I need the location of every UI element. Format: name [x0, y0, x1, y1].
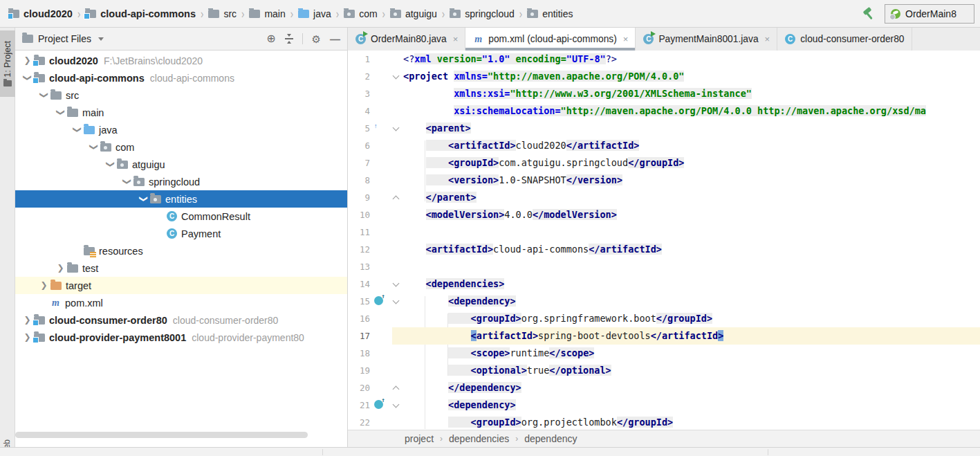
tree-item-label: src — [66, 90, 79, 101]
breadcrumb-item-cloud-api-commons[interactable]: cloud-api-commons — [85, 8, 196, 19]
class-run-icon — [643, 34, 654, 44]
tree-item-cloud2020[interactable]: ❯cloud2020F:\JetBrains\cloud2020 — [15, 52, 347, 69]
gutter-line: 5 — [348, 120, 392, 137]
tree-item-main[interactable]: ❯main — [15, 104, 347, 121]
tab-PaymentMain8001-java[interactable]: PaymentMain8001.java× — [636, 28, 777, 51]
tree-item-CommonResult[interactable]: CommonResult — [15, 208, 347, 225]
code-line[interactable]: <dependency> — [392, 293, 980, 310]
maven-up-icon[interactable] — [374, 123, 378, 134]
fold-marker-icon[interactable] — [393, 125, 400, 131]
editor-code[interactable]: <?xml version="1.0" encoding="UTF-8"?><p… — [392, 51, 980, 430]
build-hammer-icon[interactable] — [862, 8, 875, 20]
code-line[interactable]: <groupId>org.springframework.boot</group… — [392, 310, 980, 327]
tab-pom-xml-cloud-api-commons-[interactable]: pom.xml (cloud-api-commons)× — [465, 28, 636, 51]
code-line[interactable]: <?xml version="1.0" encoding="UTF-8"?> — [392, 51, 980, 68]
fold-marker-icon[interactable] — [393, 280, 400, 287]
tree-item-Payment[interactable]: Payment — [15, 225, 347, 242]
tree-item-cloud-provider-payment8001[interactable]: ❯cloud-provider-payment8001cloud-provide… — [15, 329, 347, 346]
package-folder-icon — [344, 10, 355, 18]
code-line[interactable] — [392, 258, 980, 275]
code-line[interactable]: xmlns:xsi="http://www.w3.org/2001/XMLSch… — [392, 85, 980, 102]
tree-chevron-icon[interactable]: ❯ — [37, 277, 50, 294]
hide-panel-icon[interactable]: — — [330, 33, 340, 45]
code-token: </parent> — [426, 192, 477, 203]
code-line[interactable]: <dependencies> — [392, 275, 980, 293]
scrollbar-thumb[interactable] — [15, 432, 308, 438]
locate-file-icon[interactable]: ⊕ — [266, 33, 275, 44]
package-folder-icon — [527, 10, 538, 18]
code-line[interactable]: xsi:schemaLocation="http://maven.apache.… — [392, 102, 980, 120]
code-line[interactable]: <artifactId>cloud-api-commons</artifactI… — [392, 241, 980, 258]
code-line[interactable]: <project xmlns="http://maven.apache.org/… — [392, 68, 980, 85]
code-token — [403, 174, 426, 185]
code-token: </modelVersion> — [533, 209, 617, 220]
xml-breadcrumb-project[interactable]: project — [405, 433, 434, 444]
tree-item-springcloud[interactable]: ❯springcloud — [15, 173, 347, 190]
folder-icon — [67, 264, 78, 273]
line-number: 3 — [348, 85, 370, 102]
tree-item-atguigu[interactable]: ❯atguigu — [15, 156, 347, 173]
code-token — [403, 278, 426, 289]
tree-item-cloud-api-commons[interactable]: ❯cloud-api-commonscloud-api-commons — [15, 69, 347, 86]
breadcrumb-item-src[interactable]: src — [208, 8, 237, 19]
tree-item-pom.xml[interactable]: pom.xml — [15, 294, 347, 311]
line-number: 6 — [348, 137, 370, 154]
nav-up-icon[interactable] — [374, 400, 383, 409]
code-line[interactable]: <artifactId>cloud2020</artifactId> — [392, 137, 980, 154]
code-line[interactable]: <optional>true</optional> — [392, 362, 980, 379]
breadcrumb-item-com[interactable]: com — [344, 8, 377, 19]
code-line[interactable]: <parent> — [392, 120, 980, 137]
close-icon[interactable]: × — [623, 34, 629, 44]
fold-marker-icon[interactable] — [393, 196, 400, 203]
fold-marker-icon[interactable] — [393, 298, 400, 304]
breadcrumb-item-cloud2020[interactable]: cloud2020 — [8, 8, 73, 19]
close-icon[interactable]: × — [453, 34, 459, 44]
xml-breadcrumb-dependencies[interactable]: dependencies — [449, 433, 509, 444]
tree-item-com[interactable]: ❯com — [15, 138, 347, 156]
tree-item-resources[interactable]: resources — [15, 242, 347, 259]
tab-OrderMain80-java[interactable]: OrderMain80.java× — [348, 28, 465, 51]
project-view-selector[interactable]: Project Files — [22, 33, 104, 44]
tree-chevron-icon[interactable]: ❯ — [54, 259, 67, 277]
code-token — [403, 399, 448, 410]
code-token: runtime — [510, 347, 549, 358]
code-line[interactable]: <version>1.0-SNAPSHOT</version> — [392, 172, 980, 189]
tree-item-test[interactable]: ❯test — [15, 259, 347, 277]
tree-item-java[interactable]: ❯java — [15, 121, 347, 138]
code-line[interactable]: <modelVersion>4.0.0</modelVersion> — [392, 206, 980, 224]
tree-item-src[interactable]: ❯src — [15, 86, 347, 104]
tree-item-cloud-consumer-order80[interactable]: ❯cloud-consumer-order80cloud-consumer-or… — [15, 311, 347, 329]
tab-label: pom.xml (cloud-api-commons) — [488, 34, 617, 44]
code-token: 1.0-SNAPSHOT — [499, 174, 566, 185]
fold-marker-icon[interactable] — [393, 401, 400, 408]
code-line[interactable]: <scope>runtime</scope> — [392, 345, 980, 362]
tree-item-entities[interactable]: ❯entities — [15, 190, 347, 208]
tab-cloud-consumer-order80[interactable]: cloud-consumer-order80 — [777, 28, 912, 51]
tree-horizontal-scrollbar[interactable] — [15, 431, 347, 439]
breadcrumb-item-springcloud[interactable]: springcloud — [450, 8, 515, 19]
collapse-all-icon[interactable] — [285, 35, 293, 43]
tree-item-target[interactable]: ❯target — [15, 277, 347, 294]
code-line[interactable] — [392, 224, 980, 241]
breadcrumb-item-main[interactable]: main — [249, 8, 285, 19]
close-icon[interactable]: × — [765, 34, 770, 44]
breadcrumb-item-java[interactable]: java — [298, 8, 331, 19]
code-line[interactable]: </parent> — [392, 189, 980, 206]
line-number: 13 — [348, 258, 370, 275]
code-line[interactable]: <artifactId>spring-boot-devtools</artifa… — [392, 327, 980, 345]
code-line[interactable]: <dependency> — [392, 396, 980, 414]
code-token — [403, 330, 448, 341]
fold-marker-icon[interactable] — [393, 386, 400, 393]
project-tool-window-button[interactable]: 1: Project — [0, 30, 15, 97]
run-configuration-combo[interactable]: OrderMain8 — [885, 4, 974, 24]
fold-marker-icon[interactable] — [393, 73, 400, 80]
xml-breadcrumb-dependency[interactable]: dependency — [524, 433, 577, 444]
code-line[interactable]: <groupId>com.atguigu.springcloud</groupI… — [392, 154, 980, 172]
code-line[interactable]: <groupId>org.projectlombok</groupId> — [392, 414, 980, 430]
code-line[interactable]: </dependency> — [392, 379, 980, 396]
gear-icon[interactable]: ⚙ — [312, 34, 321, 44]
breadcrumb-separator: › — [241, 8, 244, 19]
breadcrumb-item-entities[interactable]: entities — [527, 8, 573, 19]
nav-up-icon[interactable] — [374, 296, 383, 305]
breadcrumb-item-atguigu[interactable]: atguigu — [390, 8, 437, 19]
